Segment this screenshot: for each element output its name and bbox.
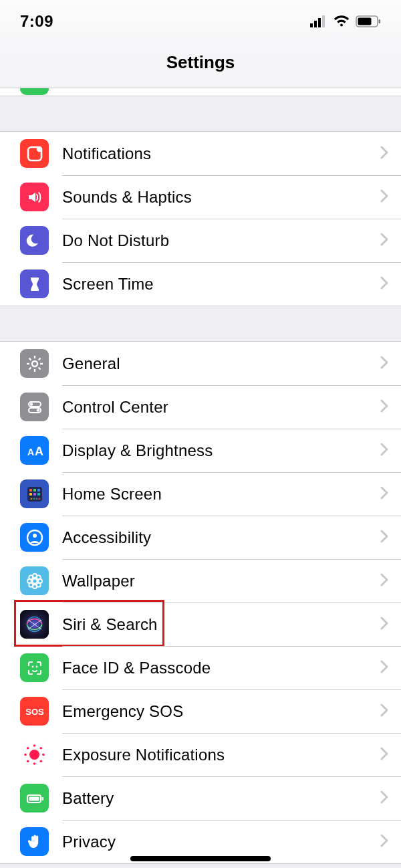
switches-icon [20,393,49,421]
svg-rect-63 [41,797,43,800]
svg-rect-25 [29,489,32,492]
row-sounds[interactable]: Sounds & Haptics [0,175,401,219]
nav-bar: Settings [0,37,401,88]
row-label: General [62,354,380,373]
chevron-right-icon [380,355,389,372]
battery-icon [20,784,49,812]
row-label: Accessibility [62,528,380,547]
svg-rect-1 [314,21,317,27]
row-homescreen[interactable]: Home Screen [0,472,401,516]
svg-point-54 [33,744,36,747]
cellular-icon [310,15,327,27]
exposure-icon [20,740,49,769]
svg-point-19 [29,403,32,405]
svg-rect-3 [322,15,325,27]
svg-point-58 [27,747,29,750]
chevron-right-icon [380,703,389,720]
chevron-right-icon [380,659,389,677]
svg-point-9 [32,361,37,366]
page-title: Settings [166,52,235,73]
row-battery[interactable]: Battery [0,776,401,820]
chevron-right-icon [380,145,389,162]
partial-row-peek [0,88,401,96]
svg-point-49 [31,665,33,667]
sounds-icon [20,183,49,211]
face-icon [20,653,49,682]
row-label: Exposure Notifications [62,746,380,764]
row-controlcenter[interactable]: Control Center [0,385,401,429]
row-general[interactable]: General [0,342,401,385]
svg-point-45 [29,582,33,586]
svg-point-37 [33,534,37,538]
svg-point-21 [36,409,39,411]
chevron-right-icon [380,276,389,293]
chevron-right-icon [380,746,389,764]
flower-icon [20,566,49,595]
row-display[interactable]: AADisplay & Brightness [0,429,401,472]
svg-line-15 [38,367,40,369]
row-notifications[interactable]: Notifications [0,132,401,175]
svg-line-14 [29,358,31,360]
row-screentime[interactable]: Screen Time [0,262,401,306]
svg-rect-6 [379,19,381,23]
svg-rect-28 [29,493,32,496]
svg-point-43 [29,575,33,579]
svg-text:A: A [27,447,34,457]
home-indicator[interactable] [130,856,271,861]
row-exposure[interactable]: Exposure Notifications [0,733,401,776]
svg-point-35 [38,498,39,499]
status-bar: 7:09 [0,0,401,37]
row-label: Sounds & Haptics [62,188,380,207]
status-time: 7:09 [20,12,53,31]
aa-icon: AA [20,436,49,465]
hourglass-icon [20,269,49,298]
row-sos[interactable]: SOSEmergency SOS [0,689,401,733]
svg-text:A: A [35,445,43,458]
row-label: Face ID & Passcode [62,659,380,677]
section-gap [0,96,401,131]
chevron-right-icon [380,572,389,590]
svg-rect-29 [33,493,36,496]
grid-icon [20,479,49,508]
settings-list[interactable]: NotificationsSounds & HapticsDo Not Dist… [0,131,401,864]
svg-point-32 [30,498,31,499]
chevron-right-icon [380,616,389,633]
svg-rect-26 [33,489,36,492]
svg-point-44 [36,575,40,579]
svg-point-57 [42,754,45,756]
row-accessibility[interactable]: Accessibility [0,516,401,559]
status-icons [310,15,381,27]
svg-point-61 [40,760,43,763]
settings-screen: 7:09 Settings NotificationsSounds & Hapt… [0,0,401,868]
svg-point-33 [33,498,34,499]
chevron-right-icon [380,189,389,206]
chevron-right-icon [380,485,389,503]
row-faceid[interactable]: Face ID & Passcode [0,646,401,689]
notifications-icon [20,139,49,168]
row-label: Battery [62,789,380,808]
row-label: Siri & Search [62,615,380,634]
row-dnd[interactable]: Do Not Disturb [0,219,401,262]
row-siri[interactable]: Siri & Search [0,603,401,646]
svg-rect-2 [318,18,321,27]
row-label: Wallpaper [62,572,380,590]
chevron-right-icon [380,232,389,249]
svg-rect-27 [37,489,40,492]
svg-point-56 [24,754,27,756]
moon-icon [20,226,49,255]
svg-rect-30 [37,493,40,496]
svg-line-16 [38,358,40,360]
person-circle-icon [20,523,49,552]
peek-icon [20,88,49,95]
svg-point-34 [35,498,37,499]
row-label: Emergency SOS [62,702,380,721]
svg-point-53 [29,750,39,760]
row-wallpaper[interactable]: Wallpaper [0,559,401,603]
svg-rect-5 [358,18,372,25]
battery-icon [356,15,381,27]
svg-point-59 [40,747,43,750]
settings-group: NotificationsSounds & HapticsDo Not Dist… [0,131,401,306]
hand-icon [20,827,49,856]
svg-point-50 [35,665,37,667]
row-label: Home Screen [62,485,380,504]
